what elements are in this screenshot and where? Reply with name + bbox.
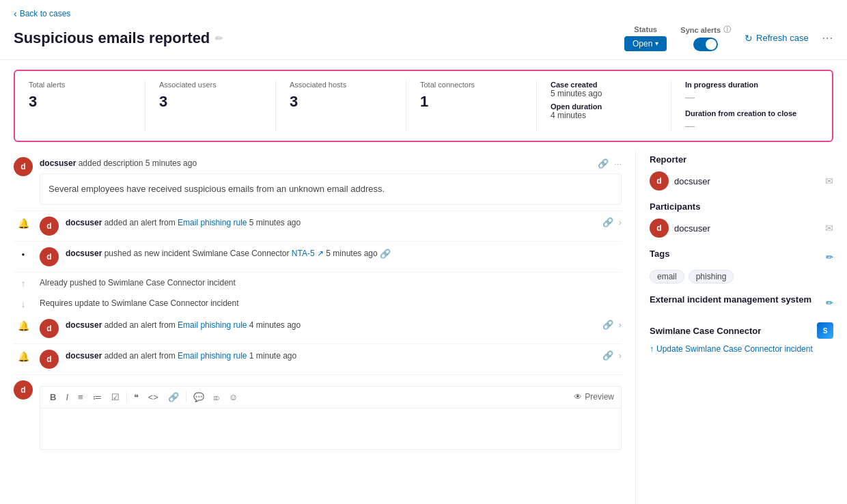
bell-icon: 🔔 — [14, 216, 33, 229]
ordered-list-button[interactable]: ≔ — [90, 391, 105, 404]
editor-toolbar: B I ≡ ≔ ☑ ❝ <> 🔗 💬 ⎄ ☺ 👁 — [40, 387, 621, 408]
connector-section: Swimlane Case Connector S Update Swimlan… — [650, 322, 833, 354]
reporter-avatar: d — [650, 171, 669, 191]
avatar: d — [40, 350, 59, 369]
reporter-name: docsuser — [674, 176, 710, 186]
title-edit-icon[interactable]: ✏ — [215, 33, 223, 44]
tag-email: email — [650, 270, 684, 283]
duration-panel: In progress duration — Duration from cre… — [685, 81, 818, 131]
expand-button[interactable]: › — [619, 217, 622, 227]
expand-button[interactable]: › — [619, 350, 622, 361]
link-icon-button[interactable]: 🔗 — [380, 249, 391, 259]
feed-item-alert-3: 🔔 d docsuser added an alert from Email p… — [14, 344, 622, 375]
tags-edit-icon[interactable]: ✏ — [826, 252, 833, 262]
case-meta: Case created 5 minutes ago Open duration… — [551, 81, 657, 123]
link-icon-button[interactable]: 🔗 — [602, 350, 613, 361]
email-phishing-rule-link[interactable]: Email phishing rule — [178, 218, 247, 227]
link-icon-button[interactable]: 🔗 — [602, 320, 613, 330]
preview-button[interactable]: 👁 Preview — [574, 392, 614, 402]
down-arrow-icon: ↓ — [14, 297, 33, 309]
feed-item-plain-down: ↓ Requires update to Swimlane Case Conne… — [14, 293, 622, 313]
tag-list: email phishing — [650, 270, 833, 283]
more-actions-button[interactable]: ··· — [614, 158, 622, 169]
editor-body[interactable] — [40, 408, 621, 449]
link-button[interactable]: 🔗 — [165, 391, 182, 404]
editor-row: d B I ≡ ≔ ☑ ❝ <> 🔗 💬 ⎄ — [14, 380, 622, 450]
status-label: Status — [634, 25, 657, 33]
page-title: Suspicious emails reported — [14, 29, 210, 47]
feed-item-plain-up: ↑ Already pushed to Swimlane Case Connec… — [14, 272, 622, 293]
dot-icon: ● — [14, 247, 33, 257]
sync-toggle[interactable] — [693, 38, 718, 51]
associated-hosts-stat: Associated hosts 3 — [290, 81, 392, 111]
avatar: d — [40, 319, 59, 338]
total-connectors-stat: Total connectors 1 — [420, 81, 523, 111]
status-dropdown-button[interactable]: Open — [624, 36, 667, 51]
total-alerts-stat: Total alerts 3 — [29, 81, 131, 111]
refresh-icon: ↻ — [745, 33, 753, 44]
reporter-mail-icon[interactable]: ✉ — [825, 176, 833, 186]
sync-label: Sync alerts ⓘ — [680, 25, 731, 35]
connector-icon: S — [817, 322, 833, 339]
reporter-section: Reporter d docsuser ✉ — [650, 154, 833, 191]
avatar: d — [40, 247, 59, 266]
eye-icon: 👁 — [574, 392, 582, 402]
avatar: d — [14, 380, 33, 400]
sync-info-icon: ⓘ — [723, 25, 731, 35]
task-list-button[interactable]: ☑ — [109, 391, 122, 404]
comment-editor[interactable]: B I ≡ ≔ ☑ ❝ <> 🔗 💬 ⎄ ☺ 👁 — [40, 386, 622, 450]
attachment-button[interactable]: ⎄ — [211, 391, 222, 404]
refresh-case-button[interactable]: ↻ Refresh case — [745, 33, 809, 44]
bell-icon: 🔔 — [14, 319, 33, 331]
feed-item-incident: ● d docsuser pushed as new incident Swim… — [14, 242, 622, 272]
avatar: d — [40, 216, 59, 236]
code-button[interactable]: <> — [145, 391, 161, 404]
comment-button[interactable]: 💬 — [191, 391, 207, 404]
more-options-button[interactable]: ··· — [822, 32, 833, 44]
associated-users-stat: Associated users 3 — [159, 81, 262, 111]
update-connector-link[interactable]: Update Swimlane Case Connector incident — [650, 344, 833, 354]
email-phishing-rule-link[interactable]: Email phishing rule — [178, 351, 247, 361]
activity-feed: d docsuser added description 5 minutes a… — [14, 152, 635, 504]
tag-phishing: phishing — [689, 270, 734, 283]
link-icon-button[interactable]: 🔗 — [602, 217, 613, 227]
link-icon-button[interactable]: 🔗 — [598, 158, 609, 169]
italic-button[interactable]: I — [63, 391, 71, 404]
email-phishing-rule-link[interactable]: Email phishing rule — [178, 320, 247, 330]
blockquote-button[interactable]: ❝ — [131, 391, 141, 404]
feed-item-alert-1: 🔔 d docsuser added an alert from Email p… — [14, 211, 622, 242]
bell-icon: 🔔 — [14, 350, 33, 362]
participant-avatar: d — [650, 219, 669, 238]
description-box: Several employees have received suspicio… — [40, 173, 622, 205]
participants-section: Participants d docsuser ✉ — [650, 201, 833, 238]
participant-mail-icon[interactable]: ✉ — [825, 223, 833, 234]
feed-item-description: d docsuser added description 5 minutes a… — [14, 152, 622, 211]
ext-incident-section: External incident management system ✏ — [650, 294, 833, 311]
stats-panel: Total alerts 3 Associated users 3 Associ… — [14, 70, 833, 142]
sidebar: Reporter d docsuser ✉ Participants d doc… — [635, 152, 833, 504]
up-arrow-icon: ↑ — [14, 277, 33, 289]
ext-incident-edit-icon[interactable]: ✏ — [826, 298, 833, 308]
bold-button[interactable]: B — [47, 391, 59, 404]
tags-section: Tags ✏ email phishing — [650, 249, 833, 283]
expand-button[interactable]: › — [619, 320, 622, 330]
participant-name: docsuser — [674, 223, 710, 234]
emoji-button[interactable]: ☺ — [226, 391, 240, 404]
feed-item-alert-2: 🔔 d docsuser added an alert from Email p… — [14, 313, 622, 344]
back-to-cases-link[interactable]: Back to cases — [14, 8, 833, 19]
nta5-link[interactable]: NTA-5 ↗ — [292, 249, 324, 258]
avatar: d — [14, 157, 33, 176]
unordered-list-button[interactable]: ≡ — [75, 391, 86, 404]
